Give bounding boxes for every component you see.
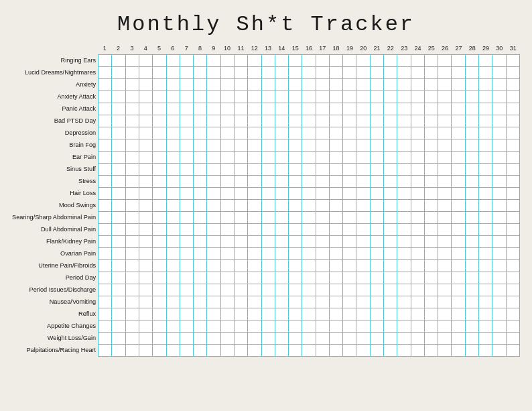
grid-cell[interactable]: [397, 55, 411, 67]
grid-cell[interactable]: [466, 224, 479, 236]
grid-cell[interactable]: [221, 345, 235, 357]
grid-cell[interactable]: [139, 103, 153, 115]
grid-cell[interactable]: [275, 91, 289, 103]
grid-cell[interactable]: [411, 320, 425, 333]
grid-cell[interactable]: [356, 320, 370, 333]
grid-cell[interactable]: [438, 224, 452, 236]
grid-cell[interactable]: [452, 79, 465, 91]
grid-cell[interactable]: [411, 296, 425, 308]
grid-cell[interactable]: [479, 296, 492, 308]
grid-cell[interactable]: [507, 91, 520, 103]
grid-cell[interactable]: [507, 200, 520, 212]
grid-cell[interactable]: [356, 260, 370, 272]
grid-cell[interactable]: [139, 188, 153, 200]
grid-cell[interactable]: [180, 67, 194, 79]
grid-cell[interactable]: [479, 188, 492, 200]
grid-cell[interactable]: [316, 296, 330, 308]
grid-cell[interactable]: [371, 236, 384, 248]
grid-cell[interactable]: [330, 103, 343, 115]
grid-cell[interactable]: [507, 127, 520, 139]
grid-cell[interactable]: [371, 176, 384, 188]
grid-cell[interactable]: [411, 139, 425, 152]
grid-cell[interactable]: [126, 139, 139, 152]
grid-cell[interactable]: [466, 320, 479, 333]
grid-cell[interactable]: [153, 320, 166, 333]
grid-cell[interactable]: [221, 224, 235, 236]
grid-cell[interactable]: [411, 333, 425, 345]
grid-cell[interactable]: [302, 176, 316, 188]
grid-cell[interactable]: [248, 200, 261, 212]
grid-cell[interactable]: [343, 345, 356, 357]
grid-cell[interactable]: [343, 139, 356, 152]
grid-cell[interactable]: [356, 188, 370, 200]
grid-cell[interactable]: [302, 79, 316, 91]
grid-cell[interactable]: [139, 272, 153, 284]
grid-cell[interactable]: [275, 212, 289, 224]
grid-cell[interactable]: [316, 115, 330, 127]
grid-cell[interactable]: [397, 67, 411, 79]
grid-cell[interactable]: [356, 176, 370, 188]
grid-cell[interactable]: [167, 127, 180, 139]
grid-cell[interactable]: [262, 212, 275, 224]
grid-cell[interactable]: [235, 260, 248, 272]
grid-cell[interactable]: [466, 55, 479, 67]
grid-cell[interactable]: [139, 152, 153, 164]
grid-cell[interactable]: [330, 212, 343, 224]
grid-cell[interactable]: [180, 79, 194, 91]
grid-cell[interactable]: [371, 55, 384, 67]
grid-cell[interactable]: [356, 296, 370, 308]
grid-cell[interactable]: [438, 79, 452, 91]
grid-cell[interactable]: [112, 345, 125, 357]
grid-cell[interactable]: [275, 164, 289, 176]
grid-cell[interactable]: [302, 91, 316, 103]
grid-cell[interactable]: [397, 164, 411, 176]
grid-cell[interactable]: [330, 139, 343, 152]
grid-cell[interactable]: [289, 248, 302, 260]
grid-cell[interactable]: [112, 212, 125, 224]
grid-cell[interactable]: [356, 67, 370, 79]
grid-cell[interactable]: [466, 164, 479, 176]
grid-cell[interactable]: [112, 200, 125, 212]
grid-cell[interactable]: [343, 224, 356, 236]
grid-cell[interactable]: [425, 272, 438, 284]
grid-cell[interactable]: [330, 224, 343, 236]
grid-cell[interactable]: [316, 320, 330, 333]
grid-cell[interactable]: [452, 320, 465, 333]
grid-cell[interactable]: [425, 103, 438, 115]
grid-cell[interactable]: [330, 127, 343, 139]
grid-cell[interactable]: [126, 127, 139, 139]
grid-cell[interactable]: [507, 272, 520, 284]
grid-cell[interactable]: [180, 115, 194, 127]
grid-cell[interactable]: [235, 152, 248, 164]
grid-cell[interactable]: [479, 236, 492, 248]
grid-cell[interactable]: [248, 296, 261, 308]
grid-cell[interactable]: [302, 188, 316, 200]
grid-cell[interactable]: [302, 224, 316, 236]
grid-cell[interactable]: [492, 296, 506, 308]
grid-cell[interactable]: [112, 67, 125, 79]
grid-cell[interactable]: [221, 91, 235, 103]
grid-cell[interactable]: [330, 284, 343, 296]
grid-cell[interactable]: [126, 91, 139, 103]
grid-cell[interactable]: [438, 164, 452, 176]
grid-cell[interactable]: [289, 320, 302, 333]
grid-cell[interactable]: [343, 103, 356, 115]
grid-cell[interactable]: [289, 260, 302, 272]
grid-cell[interactable]: [275, 67, 289, 79]
grid-cell[interactable]: [479, 115, 492, 127]
grid-cell[interactable]: [330, 236, 343, 248]
grid-cell[interactable]: [112, 103, 125, 115]
grid-cell[interactable]: [438, 296, 452, 308]
grid-cell[interactable]: [153, 164, 166, 176]
grid-cell[interactable]: [167, 152, 180, 164]
grid-cell[interactable]: [221, 55, 235, 67]
grid-cell[interactable]: [384, 333, 397, 345]
grid-cell[interactable]: [289, 188, 302, 200]
grid-cell[interactable]: [275, 139, 289, 152]
grid-cell[interactable]: [98, 188, 112, 200]
grid-cell[interactable]: [153, 115, 166, 127]
grid-cell[interactable]: [235, 296, 248, 308]
grid-cell[interactable]: [316, 248, 330, 260]
grid-cell[interactable]: [167, 115, 180, 127]
grid-cell[interactable]: [126, 236, 139, 248]
